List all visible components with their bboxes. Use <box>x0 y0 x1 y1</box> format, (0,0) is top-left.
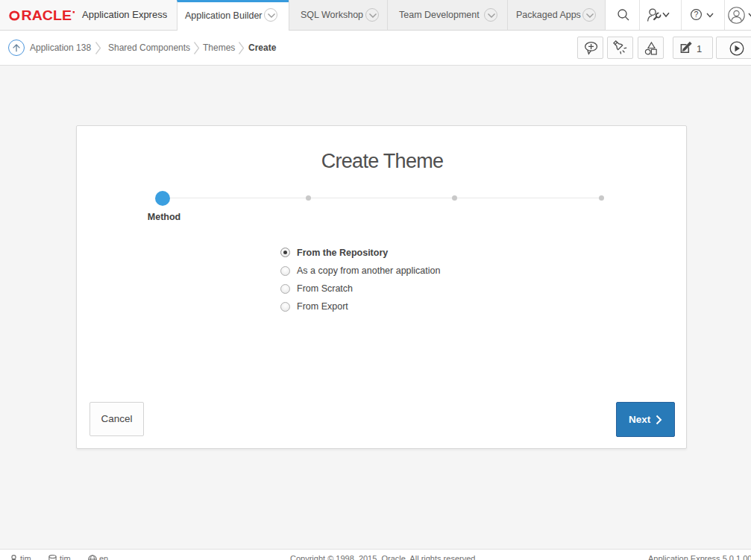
svg-text:RACLE: RACLE <box>22 8 72 22</box>
svg-text:?: ? <box>694 10 699 19</box>
